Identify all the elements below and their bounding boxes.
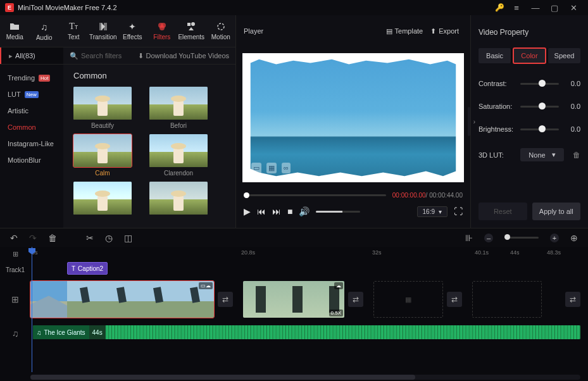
- thumb-heading: Common: [73, 71, 225, 80]
- tab-audio[interactable]: ♫ Audio: [30, 22, 59, 41]
- ruler-tick: 40.1s: [475, 249, 489, 256]
- collapse-arrow-icon[interactable]: ›: [473, 118, 475, 125]
- maximize-button[interactable]: ▢: [545, 0, 564, 15]
- caption-label: Caption2: [78, 265, 103, 272]
- download-youtube-link[interactable]: ⬇Download YouTube Videos: [132, 52, 236, 60]
- horizontal-scrollbar[interactable]: [30, 375, 580, 380]
- tab-motion[interactable]: Motion: [206, 22, 236, 41]
- tab-text[interactable]: TT Text: [59, 22, 89, 41]
- sidebar-label: Common: [8, 123, 36, 131]
- seek-bar[interactable]: [244, 194, 386, 196]
- menu-icon[interactable]: ≡: [507, 0, 526, 15]
- close-button[interactable]: ✕: [564, 0, 583, 15]
- apply-all-button[interactable]: Apply to all: [532, 203, 581, 220]
- filter-all-tab[interactable]: ▸All(83): [0, 47, 63, 64]
- minimize-button[interactable]: —: [526, 0, 545, 15]
- zoom-out-button[interactable]: –: [484, 234, 493, 242]
- tab-effects[interactable]: ✦ Effects: [118, 22, 147, 41]
- brightness-slider[interactable]: [520, 128, 559, 130]
- audio-meter-icon[interactable]: ⊪: [465, 233, 473, 243]
- zoom-slider[interactable]: [504, 237, 539, 239]
- filter-thumb[interactable]: [73, 182, 132, 217]
- playhead[interactable]: [32, 247, 32, 372]
- prop-tab-color[interactable]: Color: [513, 48, 546, 63]
- sidebar-label: Trending: [8, 74, 35, 82]
- trash-icon[interactable]: 🗑: [569, 151, 580, 159]
- filter-thumb-clarendon[interactable]: Clarendon: [149, 134, 208, 177]
- filter-thumb-befori[interactable]: Befori: [149, 87, 208, 129]
- lut-label: 3D LUT:: [479, 151, 515, 159]
- video-track-icon[interactable]: ⊞: [11, 294, 19, 304]
- download-label: Download YouTube Videos: [146, 52, 230, 59]
- audio-track-icon[interactable]: ♫: [12, 328, 19, 339]
- zoom-in-button[interactable]: +: [550, 234, 559, 242]
- speed-button[interactable]: ◷: [105, 233, 113, 243]
- contrast-slider[interactable]: [520, 83, 559, 85]
- sidebar-item-common[interactable]: Common: [0, 119, 63, 135]
- camera-icon[interactable]: ▭: [251, 163, 261, 173]
- transition-slot[interactable]: ⇄: [348, 292, 363, 307]
- play-button[interactable]: ▶: [244, 206, 251, 216]
- sidebar-item-motionblur[interactable]: MotionBlur: [0, 152, 63, 168]
- key-icon[interactable]: 🔑: [492, 3, 507, 12]
- current-time: 00:00:00.00: [392, 192, 426, 199]
- fullscreen-button[interactable]: ⛶: [454, 206, 463, 216]
- lut-value: None: [529, 151, 545, 159]
- transition-slot[interactable]: ⇄: [565, 292, 580, 307]
- contrast-value: 0.0: [564, 80, 580, 87]
- app-title: MiniTool MovieMaker Free 7.4.2: [18, 4, 117, 11]
- transition-slot[interactable]: ⇄: [218, 292, 233, 307]
- redo-button[interactable]: ↷: [29, 233, 37, 243]
- prop-tab-speed[interactable]: Speed: [548, 48, 580, 63]
- volume-slider[interactable]: [316, 211, 360, 213]
- chevron-down-icon: ▾: [552, 151, 556, 159]
- template-button[interactable]: ▤Template: [382, 27, 427, 35]
- search-icon: 🔍: [70, 52, 78, 60]
- aspect-ratio-select[interactable]: 16:9▾: [417, 206, 447, 217]
- undo-button[interactable]: ↶: [10, 233, 18, 243]
- resize-handle[interactable]: [468, 107, 470, 136]
- tab-label: Elements: [178, 34, 204, 41]
- tab-elements[interactable]: Elements: [177, 22, 206, 41]
- video-clip-2[interactable]: 0.5X ☁: [243, 281, 344, 318]
- delete-button[interactable]: 🗑: [48, 233, 57, 243]
- crop-button[interactable]: ◫: [124, 233, 132, 243]
- prev-button[interactable]: ⏮: [257, 206, 266, 216]
- time-ruler[interactable]: 0s 20.8s 32s 40.1s 44s 48.3s: [30, 247, 588, 261]
- motion-icon: [216, 22, 226, 32]
- zoom-fit-button[interactable]: ⊕: [570, 233, 578, 243]
- export-button[interactable]: ⬆Export: [427, 27, 463, 35]
- sidebar-item-trending[interactable]: TrendingHot: [0, 70, 63, 86]
- stop-button[interactable]: ■: [287, 206, 292, 216]
- tab-filters[interactable]: Filters: [147, 22, 177, 41]
- sidebar-item-instagram[interactable]: Instagram-Like: [0, 135, 63, 152]
- cut-button[interactable]: ✂: [86, 233, 94, 243]
- placeholder-clip[interactable]: [472, 281, 542, 318]
- sidebar-item-lut[interactable]: LUTNew: [0, 86, 63, 103]
- video-clip-1[interactable]: ▭☁: [30, 281, 214, 318]
- filter-thumb[interactable]: [149, 182, 208, 217]
- thumb-label: Calm: [73, 170, 132, 177]
- next-button[interactable]: ⏭: [272, 206, 281, 216]
- tab-media[interactable]: Media: [0, 22, 30, 41]
- caption-clip[interactable]: TCaption2: [67, 262, 108, 275]
- video-preview[interactable]: ▭ ▦ ∞: [242, 53, 464, 182]
- image-icon[interactable]: ▦: [266, 163, 277, 173]
- saturation-slider[interactable]: [520, 106, 559, 108]
- ruler-tick: 48.3s: [547, 249, 561, 256]
- share-icon[interactable]: ∞: [282, 163, 291, 173]
- volume-icon[interactable]: 🔊: [299, 206, 310, 216]
- transition-slot[interactable]: ⇄: [447, 292, 462, 307]
- placeholder-clip[interactable]: ▦: [373, 281, 443, 318]
- prop-tab-basic[interactable]: Basic: [479, 48, 511, 63]
- filter-thumb-calm[interactable]: Calm: [73, 134, 132, 177]
- svg-point-4: [191, 22, 195, 26]
- sidebar-item-artistic[interactable]: Artistic: [0, 103, 63, 119]
- reset-button[interactable]: Reset: [479, 203, 527, 220]
- audio-clip[interactable]: ♫The Ice Giants 44s: [33, 325, 580, 339]
- tab-transition[interactable]: Transition: [89, 22, 118, 41]
- add-track-icon[interactable]: ⊞: [13, 250, 18, 258]
- lut-select[interactable]: None▾: [520, 148, 564, 161]
- search-filters[interactable]: 🔍Search filters: [63, 52, 132, 60]
- filter-thumb-beautify[interactable]: Beautify: [73, 87, 132, 129]
